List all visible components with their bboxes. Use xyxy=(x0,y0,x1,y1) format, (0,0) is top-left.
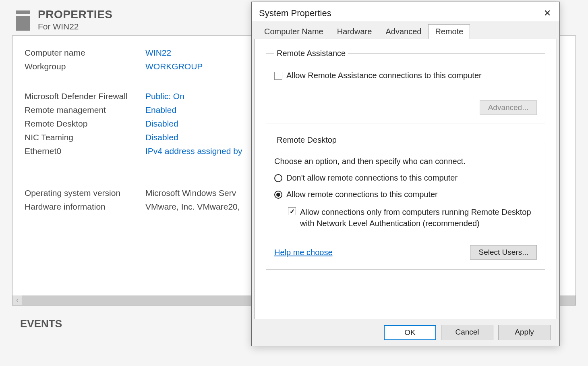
remote-desktop-group: Remote Desktop Choose an option, and the… xyxy=(266,135,545,270)
nla-row[interactable]: Allow connections only from computers ru… xyxy=(288,206,537,229)
scroll-left-button[interactable]: ‹ xyxy=(12,295,22,305)
cancel-button[interactable]: Cancel xyxy=(441,325,493,340)
radio-allow-row[interactable]: Allow remote connections to this compute… xyxy=(274,190,537,199)
system-properties-dialog: System Properties ✕ Computer Name Hardwa… xyxy=(251,2,560,346)
prop-value: Microsoft Windows Serv xyxy=(145,188,236,198)
prop-value-link[interactable]: Disabled xyxy=(145,133,178,142)
prop-label: Workgroup xyxy=(25,62,145,71)
radio-deny-remote[interactable] xyxy=(274,174,282,182)
remote-desktop-description: Choose an option, and then specify who c… xyxy=(274,157,537,166)
prop-label: NIC Teaming xyxy=(25,133,145,142)
close-button[interactable]: ✕ xyxy=(541,7,554,20)
remote-assistance-legend: Remote Assistance xyxy=(274,49,348,58)
remote-assistance-advanced-button: Advanced... xyxy=(480,100,537,115)
tab-panel-remote: Remote Assistance Allow Remote Assistanc… xyxy=(254,39,557,319)
prop-value-link[interactable]: Public: On xyxy=(145,92,184,101)
nla-checkbox[interactable] xyxy=(288,207,296,215)
prop-value-link[interactable]: WIN22 xyxy=(145,48,171,58)
server-icon xyxy=(16,10,30,31)
page-subtitle: For WIN22 xyxy=(38,22,112,31)
prop-value-link[interactable]: Enabled xyxy=(145,105,176,115)
prop-label: Ethernet0 xyxy=(25,146,145,156)
prop-label: Computer name xyxy=(25,48,145,58)
dialog-button-bar: OK Cancel Apply xyxy=(254,319,557,346)
prop-label: Hardware information xyxy=(25,202,145,212)
radio-allow-label: Allow remote connections to this compute… xyxy=(286,190,438,199)
prop-label: Remote management xyxy=(25,105,145,115)
tab-computer-name[interactable]: Computer Name xyxy=(257,24,330,39)
tab-strip: Computer Name Hardware Advanced Remote xyxy=(257,24,557,39)
remote-assistance-group: Remote Assistance Allow Remote Assistanc… xyxy=(266,49,545,123)
close-icon: ✕ xyxy=(544,8,551,19)
prop-label: Remote Desktop xyxy=(25,119,145,129)
radio-deny-label: Don't allow remote connections to this c… xyxy=(286,173,458,183)
dialog-titlebar[interactable]: System Properties ✕ xyxy=(252,2,559,21)
nla-label: Allow connections only from computers ru… xyxy=(300,206,537,229)
help-me-choose-link[interactable]: Help me choose xyxy=(274,248,333,257)
allow-remote-assistance-label: Allow Remote Assistance connections to t… xyxy=(286,71,482,80)
allow-remote-assistance-checkbox[interactable] xyxy=(274,72,282,80)
prop-value-link[interactable]: Disabled xyxy=(145,119,178,129)
apply-button[interactable]: Apply xyxy=(498,325,551,340)
prop-label: Microsoft Defender Firewall xyxy=(25,92,145,101)
radio-deny-row[interactable]: Don't allow remote connections to this c… xyxy=(274,173,537,183)
tab-remote[interactable]: Remote xyxy=(428,24,470,39)
allow-remote-assistance-row[interactable]: Allow Remote Assistance connections to t… xyxy=(274,71,537,80)
radio-allow-remote[interactable] xyxy=(274,191,282,199)
prop-value-link[interactable]: WORKGROUP xyxy=(145,62,203,71)
prop-label: Operating system version xyxy=(25,188,145,198)
prop-value-link[interactable]: IPv4 address assigned by xyxy=(145,146,242,156)
prop-value: VMware, Inc. VMware20, xyxy=(145,202,240,212)
dialog-title: System Properties xyxy=(259,8,541,19)
tab-advanced[interactable]: Advanced xyxy=(379,24,428,39)
select-users-button[interactable]: Select Users... xyxy=(470,245,537,260)
remote-desktop-legend: Remote Desktop xyxy=(274,135,339,145)
page-title: PROPERTIES xyxy=(38,8,112,21)
tab-hardware[interactable]: Hardware xyxy=(330,24,379,39)
dialog-body: Computer Name Hardware Advanced Remote R… xyxy=(252,21,559,346)
ok-button[interactable]: OK xyxy=(384,325,436,340)
